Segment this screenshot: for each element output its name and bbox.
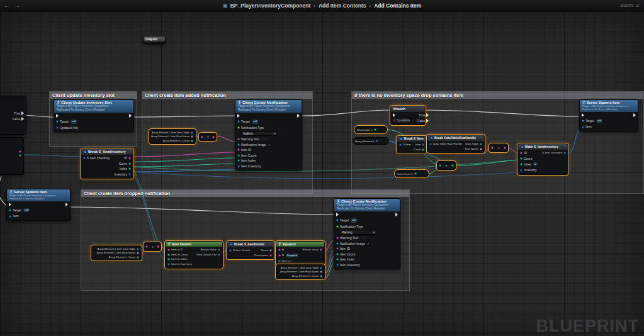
exec-out-pin[interactable] — [297, 114, 300, 118]
client-create-notification-node[interactable]: ƒClient Create Notification Target is BP… — [334, 198, 400, 269]
pin-row-name[interactable]: Row Name — [465, 147, 482, 151]
pin-count[interactable]: Array Element L Count — [94, 255, 139, 259]
pin-item[interactable]: Item — [415, 143, 425, 147]
append-node[interactable]: ƒAppend A BDropped ⊕Add pin Return Value — [276, 241, 325, 266]
pin-id[interactable]: ID — [124, 156, 131, 160]
pin-s-item-inventory-out[interactable]: S Item Inventory — [542, 151, 566, 155]
pin-return-value[interactable]: Return Value — [303, 248, 322, 252]
pin-updated-info[interactable]: Updated Info — [56, 126, 78, 130]
add-operator-node[interactable]: + — [437, 161, 456, 170]
pin-b[interactable]: BDropped — [278, 253, 299, 258]
pin-inventory[interactable]: Inventory — [520, 168, 537, 172]
comment-header[interactable]: If there is no inventory space drop cont… — [352, 92, 643, 99]
break-datatable-row-handle-node[interactable]: Break DataTableRowHandle Data Table Row … — [427, 135, 485, 153]
pin-warning-text[interactable]: Warning Text — [237, 137, 268, 142]
server-spawns-item-node[interactable]: ƒServer Spawns Item Target is BP Player … — [6, 189, 71, 221]
item-count-variable-node[interactable]: Item Count L — [395, 170, 429, 177]
pin-count[interactable]: Count — [119, 162, 131, 166]
graph-canvas[interactable]: Client update inventory slot Client crea… — [0, 11, 644, 336]
pin-target[interactable]: Targetself — [9, 208, 30, 213]
pin-item-in-count[interactable]: Item In Count — [167, 253, 188, 257]
pin-item-index[interactable]: Item Index — [336, 257, 354, 262]
comment-header[interactable]: Client create item added notification — [142, 92, 312, 99]
pin-name[interactable]: Name — [261, 249, 272, 252]
pin-item-data-table[interactable]: Array Element L Item Data Table — [278, 266, 322, 269]
pin-count[interactable]: Array Element L Count — [152, 139, 193, 142]
pin-item-row-name[interactable]: Array Element L Item Row Name — [94, 251, 139, 254]
pin-dot[interactable] — [376, 140, 378, 142]
pin-item-in-id[interactable]: Item In ID — [167, 248, 183, 252]
pin-s-item-details[interactable]: S Item Details — [229, 249, 250, 252]
pin-output-dot[interactable] — [157, 245, 159, 248]
pin-notification-image[interactable]: Notification Image✓ — [237, 143, 271, 147]
pin-return-value[interactable]: Return Value — [201, 248, 220, 252]
forward-button[interactable]: → — [14, 0, 20, 11]
pin-dot[interactable] — [374, 128, 376, 131]
pin-true[interactable]: True — [419, 113, 429, 118]
comment-header[interactable]: Client create item dropped notification — [81, 190, 409, 197]
exec-in-pin[interactable] — [9, 203, 11, 206]
outputs-node[interactable]: Outputs — [143, 36, 166, 44]
string-operator-node[interactable] — [144, 242, 161, 251]
pin-output-dot[interactable] — [212, 136, 215, 138]
pin-input-dot[interactable] — [439, 164, 441, 167]
pin-id[interactable]: ID — [520, 151, 527, 155]
back-button[interactable]: ← — [4, 0, 10, 11]
pin-notification-type[interactable]: Notification Type — [336, 225, 363, 229]
pin-notification-type[interactable]: Notification Type — [237, 126, 264, 130]
pin-data-table-row-handle[interactable]: Data Table Row Handle — [429, 142, 462, 146]
warning-text-field[interactable] — [261, 137, 268, 141]
notification-type-dropdown[interactable]: Additive▾ — [241, 131, 278, 136]
exec-out-pin[interactable] — [129, 114, 132, 118]
pin-target[interactable]: Targetself — [582, 118, 603, 123]
item-details-node[interactable]: ƒItem Details Item In ID Item In Count I… — [165, 241, 223, 269]
notification-image-checkbox[interactable]: ✓ — [268, 143, 271, 147]
pin-input-dot[interactable] — [491, 147, 494, 149]
pin-description[interactable]: Description — [254, 254, 272, 257]
pin-item-count[interactable]: Item Count — [237, 154, 256, 158]
pin-target[interactable]: Targetself — [336, 218, 358, 223]
pin-target[interactable]: Targetself — [56, 119, 77, 124]
pin-notification-image[interactable]: Notification Image✓ — [336, 242, 370, 246]
pin-index[interactable]: Index — [120, 167, 131, 171]
client-create-notification-node[interactable]: ƒClient Create Notification Target is BP… — [235, 99, 302, 171]
pin-item-row-name[interactable]: Array Element L Item Row Name — [152, 135, 193, 138]
pin-data-table[interactable]: Data Table — [465, 142, 482, 146]
break-item-inventory-node[interactable]: Break S_ItemInventory S Item Inventory I… — [81, 148, 133, 179]
pin-condition[interactable]: Condition — [393, 118, 415, 123]
pin-item-data-table[interactable]: Array Element L Item Data Table — [94, 247, 139, 250]
pin-item-data-table[interactable]: Array Element L Item Data Table — [152, 131, 193, 134]
pin-true[interactable]: True — [14, 111, 24, 116]
breadcrumb-item-graph[interactable]: Add Item Contents — [319, 3, 366, 9]
pin-a[interactable]: A — [278, 248, 284, 252]
breadcrumb-item-current[interactable]: Add Contains Item — [374, 3, 421, 9]
pin-item-count[interactable]: Item Count — [336, 252, 355, 257]
pin-inventory[interactable]: Inventory — [114, 172, 131, 177]
pin-false[interactable]: False — [417, 119, 429, 123]
break-item-node[interactable]: Break S_Item S Item Item Count — [397, 136, 427, 154]
server-spawns-item-node[interactable]: ƒServer Spawns Item Target is BP Player … — [579, 99, 638, 132]
exec-in-pin[interactable] — [582, 113, 584, 117]
pin-item-inventory[interactable]: Item Inventory — [336, 263, 360, 267]
exec-in-pin[interactable] — [237, 114, 240, 118]
pin-item-row-name[interactable]: Array Element L Item Row Name — [278, 270, 322, 273]
break-item-details-node[interactable]: Break S_ItemDetails S Item Details Name … — [227, 241, 274, 259]
partial-node-left[interactable] — [0, 137, 24, 175]
pin-count[interactable]: Array Element L Count — [278, 274, 322, 277]
compare-operator-node[interactable] — [489, 143, 508, 152]
breadcrumb-item-component[interactable]: BP_PlayerInventoryComponent — [230, 3, 311, 9]
pin-output[interactable] — [19, 154, 21, 157]
notification-type-dropdown[interactable]: Warning▾ — [340, 230, 376, 235]
array-element-getter-node[interactable]: Array Element L Item Data Table Array El… — [91, 245, 142, 260]
branch-node-partial[interactable]: True False — [0, 96, 26, 135]
remainder-variable-node[interactable]: Remainder L — [354, 126, 387, 133]
b-value-field[interactable]: Dropped — [285, 253, 299, 258]
pin-item-id[interactable]: Item ID — [237, 148, 251, 152]
pin-output[interactable] — [19, 150, 21, 153]
pin-s-item[interactable]: S Item — [399, 143, 411, 147]
client-update-inventory-slot-node[interactable]: ƒClient Update Inventory Slot Target is … — [54, 99, 134, 132]
pin-item[interactable]: Item — [582, 125, 592, 129]
pin-output-dot[interactable] — [451, 164, 454, 167]
pin-input-dot[interactable] — [201, 136, 203, 138]
pin-item-index[interactable]: Item Index — [237, 159, 256, 163]
